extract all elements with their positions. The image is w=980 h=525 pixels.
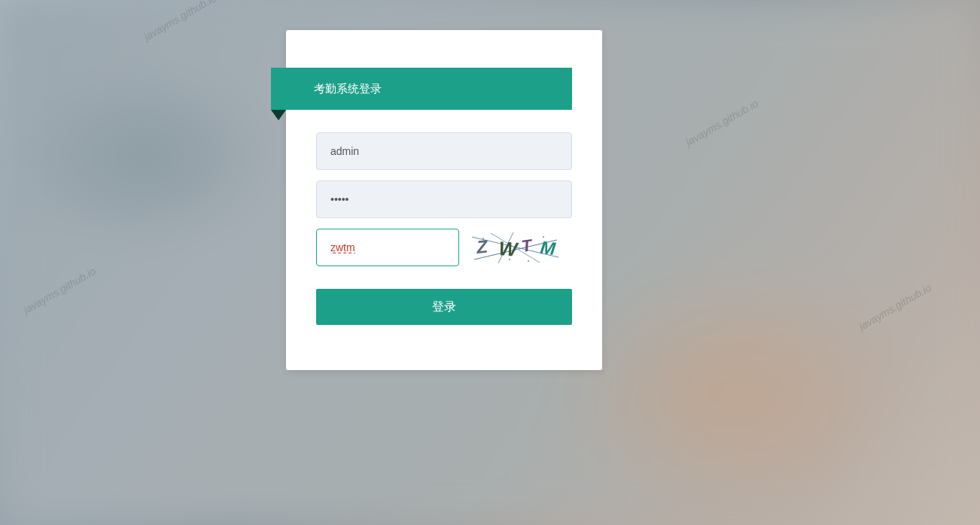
svg-point-11 — [528, 260, 529, 262]
login-title-text: 考勤系统登录 — [314, 82, 382, 96]
svg-point-12 — [550, 247, 552, 248]
svg-text:W: W — [498, 237, 520, 261]
login-title-banner: 考勤系统登录 — [271, 68, 572, 110]
svg-text:Z: Z — [475, 235, 490, 257]
password-input[interactable] — [316, 181, 572, 218]
svg-text:M: M — [539, 237, 557, 259]
svg-point-8 — [482, 238, 484, 239]
login-card: 考勤系统登录 Z W T M — [286, 30, 602, 370]
svg-point-10 — [543, 236, 544, 238]
svg-point-9 — [509, 259, 510, 260]
captcha-row: Z W T M — [316, 229, 572, 266]
login-button[interactable]: 登录 — [316, 289, 572, 325]
login-form: Z W T M 登录 — [286, 110, 602, 325]
captcha-image[interactable]: Z W T M — [468, 231, 565, 265]
username-input[interactable] — [316, 132, 572, 170]
captcha-input[interactable] — [316, 229, 459, 266]
